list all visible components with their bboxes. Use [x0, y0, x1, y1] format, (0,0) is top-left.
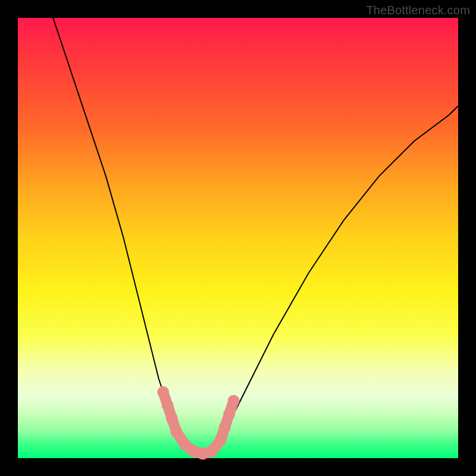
watermark-text: TheBottleneck.com — [366, 4, 470, 17]
curve-layer — [18, 18, 458, 458]
marker-point — [223, 408, 235, 420]
marker-point — [166, 412, 178, 424]
marker-point — [170, 426, 182, 438]
marker-point — [162, 399, 174, 411]
marker-point — [157, 386, 169, 398]
chart-frame: TheBottleneck.com — [0, 0, 476, 476]
right-branch-curve — [203, 106, 458, 455]
plot-area — [18, 18, 458, 458]
marker-point — [228, 395, 240, 407]
marker-point — [206, 446, 218, 458]
left-branch-curve — [53, 18, 203, 455]
marker-point — [214, 434, 226, 446]
marker-point — [219, 421, 231, 433]
